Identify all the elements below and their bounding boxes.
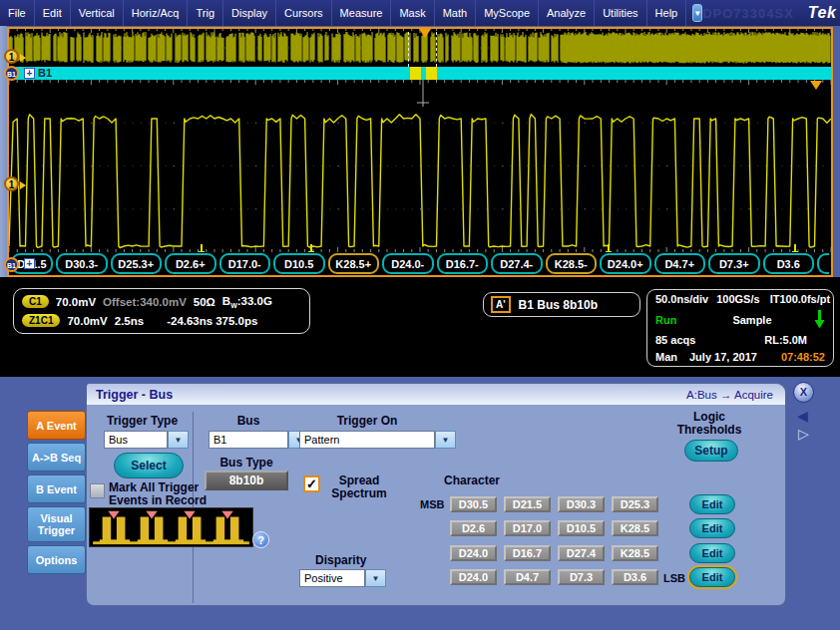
help-icon[interactable]: ?: [252, 531, 269, 548]
char-button[interactable]: K28.5: [612, 520, 658, 536]
z1c1-badge: Z1C1: [22, 314, 60, 327]
expand-plus-icon[interactable]: +: [24, 68, 35, 79]
menu-dropdown-button[interactable]: ▼: [692, 4, 702, 22]
char-button[interactable]: D3.6: [612, 569, 658, 585]
z1c1-delay: -24.63ns: [167, 315, 212, 327]
menu-measure[interactable]: Measure: [332, 0, 392, 26]
char-button[interactable]: D2.6: [450, 520, 497, 536]
nav-left-arrow-icon[interactable]: ◀: [797, 408, 808, 424]
c1-offset: Offset:340.0mV: [103, 296, 187, 308]
char-button[interactable]: D21.5: [504, 496, 551, 512]
menu-cursors[interactable]: Cursors: [276, 0, 332, 26]
char-button[interactable]: D16.7: [504, 545, 551, 561]
bus-b1-badge[interactable]: B1: [4, 257, 19, 272]
lsb-label: LSB: [663, 572, 685, 584]
main-waveform: [9, 80, 831, 252]
char-button[interactable]: D24.0: [450, 569, 497, 585]
trigger-on-select[interactable]: Pattern: [299, 431, 435, 449]
channel1-marker[interactable]: 1: [4, 176, 19, 191]
char-button[interactable]: D27.4: [558, 545, 605, 561]
chevron-down-icon[interactable]: ▼: [365, 569, 386, 587]
char-button[interactable]: D10.5: [558, 520, 605, 536]
trigger-mode: Man: [655, 351, 677, 363]
chevron-down-icon[interactable]: ▼: [168, 431, 189, 449]
run-state: Run: [655, 314, 676, 326]
nav-right-arrow-icon[interactable]: ▷: [798, 426, 809, 442]
trigger-arrow-icon: [814, 310, 825, 329]
expand-plus-icon[interactable]: +: [24, 258, 35, 269]
z1c1-scale: 70.0mV: [67, 315, 107, 327]
tab-a-event[interactable]: A Event: [27, 411, 86, 440]
bus-cell: D30.3-: [56, 253, 108, 274]
edit-button[interactable]: Edit: [689, 518, 735, 538]
menu-utilities[interactable]: Utilities: [595, 0, 646, 26]
setup-button[interactable]: Setup: [684, 440, 738, 462]
char-button[interactable]: K28.5: [612, 545, 658, 561]
menu-horiz-acq[interactable]: Horiz/Acq: [124, 0, 189, 26]
menu-trig[interactable]: Trig: [188, 0, 223, 26]
char-button[interactable]: D4.7: [504, 569, 551, 585]
timebase-readout: 50.0ns/div: [655, 293, 708, 305]
menu-bar: File Edit Vertical Horiz/Acq Trig Displa…: [0, 0, 840, 26]
bus-b1-track: + B1: [9, 67, 831, 80]
bus-readout-box[interactable]: A' B1 Bus 8b10b: [483, 292, 640, 317]
channel1-marker[interactable]: 1: [4, 49, 19, 64]
trigger-event-mark-icon: [608, 244, 610, 252]
acquisitions-count: 85 acqs: [655, 334, 695, 346]
bus-track-label: B1: [38, 67, 52, 80]
channel-readout-box[interactable]: C1 70.0mV Offset:340.0mV 50Ω BW:33.0G Z1…: [13, 288, 310, 334]
tab-a-b-seq[interactable]: A->B Seq: [27, 443, 86, 472]
bus-cell: D25.3+: [111, 253, 163, 274]
record-length: RL:5.0M: [764, 334, 807, 346]
mark-all-label-line1: Mark All Trigger: [109, 480, 199, 494]
menu-file[interactable]: File: [0, 0, 35, 26]
edit-button[interactable]: Edit: [689, 567, 735, 587]
bus-select[interactable]: B1: [209, 431, 288, 449]
edit-button[interactable]: Edit: [689, 494, 735, 514]
menu-math[interactable]: Math: [435, 0, 476, 26]
char-button[interactable]: D7.3: [558, 569, 605, 585]
time-readout: 07:48:52: [781, 351, 825, 363]
bus-cell: D2.6+: [165, 253, 216, 274]
select-button[interactable]: Select: [114, 453, 184, 478]
trigger-position-icon[interactable]: [419, 29, 431, 38]
char-button[interactable]: D25.3: [612, 496, 658, 512]
char-button[interactable]: D24.0: [450, 545, 497, 561]
trigger-position-icon[interactable]: [810, 81, 822, 90]
bus-b1-badge[interactable]: B1: [4, 66, 19, 81]
char-button[interactable]: D30.5: [450, 496, 497, 512]
tab-visual-trigger[interactable]: Visual Trigger: [27, 506, 86, 542]
tab-b-event[interactable]: B Event: [27, 474, 86, 503]
bus-type-label: Bus Type: [205, 456, 288, 470]
edit-button[interactable]: Edit: [689, 543, 735, 563]
chevron-down-icon[interactable]: ▼: [435, 431, 456, 449]
menu-myscope[interactable]: MyScope: [476, 0, 539, 26]
bus-cell-k-char: K28.5+: [328, 253, 380, 274]
tab-options[interactable]: Options: [27, 545, 86, 574]
char-button[interactable]: D30.3: [558, 496, 605, 512]
acquisition-readout-box[interactable]: 50.0ns/div 100GS/s IT 100.0fs/pt Run Sam…: [646, 289, 834, 367]
bus-cell: D7.3+: [708, 253, 760, 274]
spread-spectrum-checkbox[interactable]: ✓: [303, 475, 320, 492]
menu-analyze[interactable]: Analyze: [539, 0, 595, 26]
menu-help[interactable]: Help: [647, 0, 687, 26]
mark-all-label-line2: Events in Record: [109, 493, 207, 507]
trigger-type-label: Trigger Type: [107, 414, 178, 428]
bus-cell: D3.6: [763, 253, 815, 274]
bus-cell: [817, 253, 829, 274]
oscilloscope-app: File Edit Vertical Horiz/Acq Trig Displa…: [0, 0, 840, 630]
menu-edit[interactable]: Edit: [35, 0, 71, 26]
bus-cell: D17.0-: [219, 253, 271, 274]
trigger-type-select[interactable]: Bus: [104, 431, 168, 449]
c1-badge: C1: [22, 295, 49, 308]
bus-decode-segment: [426, 67, 437, 80]
char-button[interactable]: D17.0: [504, 520, 551, 536]
trigger-event-mark-icon: [794, 244, 796, 252]
menu-mask[interactable]: Mask: [391, 0, 434, 26]
mark-all-trigger-checkbox[interactable]: [90, 483, 105, 498]
panel-close-button[interactable]: X: [793, 382, 814, 403]
menu-display[interactable]: Display: [223, 0, 276, 26]
menu-vertical[interactable]: Vertical: [71, 0, 124, 26]
bus-cell: D27.4-: [491, 253, 543, 274]
disparity-select[interactable]: Positive: [299, 569, 365, 587]
